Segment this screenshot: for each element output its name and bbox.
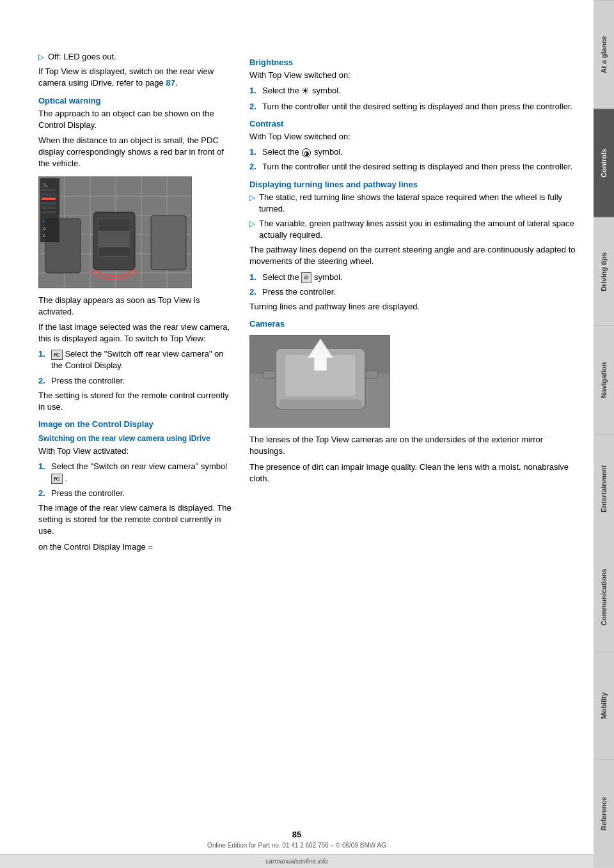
right-sidebar: At a glance Controls Driving tips Naviga… bbox=[594, 0, 614, 868]
camera-image bbox=[249, 335, 390, 428]
svg-rect-15 bbox=[98, 247, 130, 256]
sw-step1-num: 1. bbox=[38, 461, 47, 484]
switching-heading: Switching on the rear view camera using … bbox=[38, 434, 237, 443]
off-led-text: Off: LED goes out. bbox=[48, 51, 116, 63]
sidebar-tab-reference[interactable]: Reference bbox=[594, 759, 614, 868]
logo-bar: carmanualsonline.info bbox=[0, 854, 594, 868]
page-container: ▷ Off: LED goes out. If Top View is disp… bbox=[0, 0, 614, 868]
contrast-heading: Contrast bbox=[249, 119, 581, 128]
brightness-heading: Brightness bbox=[249, 58, 581, 67]
step2-text: Press the controller. bbox=[51, 375, 125, 387]
turning-bullet2-text: The variable, green pathway lines assist… bbox=[259, 218, 581, 241]
logo-text: carmanualsonline.info bbox=[265, 858, 327, 865]
svg-rect-21 bbox=[42, 193, 56, 196]
svg-text:R₁: R₁ bbox=[43, 183, 48, 187]
contrast-step2-text: Turn the controller until the desired se… bbox=[262, 161, 572, 173]
right-column: Brightness With Top View switched on: 1.… bbox=[249, 51, 581, 830]
contrast-step2-num: 2. bbox=[249, 161, 258, 173]
brightness-step1-num: 1. bbox=[249, 85, 258, 98]
svg-rect-24 bbox=[42, 206, 56, 209]
sidebar-tab-driving-tips[interactable]: Driving tips bbox=[594, 217, 614, 326]
svg-rect-23 bbox=[42, 202, 56, 205]
svg-rect-25 bbox=[42, 211, 56, 213]
setting-stored: The setting is stored for the remote con… bbox=[38, 390, 237, 413]
on-control-display: on the Control Display Image = bbox=[38, 541, 237, 553]
cameras-para2: The presence of dirt can impair image qu… bbox=[249, 461, 581, 484]
image-on-control-heading: Image on the Control Display bbox=[38, 419, 237, 429]
cameras-heading: Cameras bbox=[249, 319, 581, 329]
sw-step1-text: Select the "Switch on rear view camera" … bbox=[51, 461, 237, 484]
turning-arrow2: ▷ bbox=[249, 219, 255, 241]
svg-rect-36 bbox=[263, 371, 276, 378]
brightness-step2-text: Turn the controller until the desired se… bbox=[262, 101, 572, 112]
step1-text: R⃨ Select the "Switch off rear view came… bbox=[51, 348, 237, 371]
sidebar-tab-at-a-glance[interactable]: At a glance bbox=[594, 0, 614, 109]
step2-num: 2. bbox=[38, 375, 47, 387]
sidebar-tab-communications[interactable]: Communications bbox=[594, 543, 614, 651]
turning-bullet1-text: The static, red turning line shows the l… bbox=[259, 192, 581, 215]
step2-item: 2. Press the controller. bbox=[38, 375, 237, 387]
turning-bullet1: ▷ The static, red turning line shows the… bbox=[249, 192, 581, 215]
page-footer: 85 Online Edition for Part no. 01 41 2 6… bbox=[0, 830, 594, 849]
brightness-step1-text: Select the ☀ symbol. bbox=[262, 85, 341, 98]
sw-step2-text: Press the controller. bbox=[51, 488, 125, 499]
optical-warning-heading: Optical warning bbox=[38, 96, 237, 105]
brightness-step2: 2. Turn the controller until the desired… bbox=[249, 101, 581, 112]
main-content: ▷ Off: LED goes out. If Top View is disp… bbox=[0, 0, 594, 868]
pathway-icon: ⊘ bbox=[301, 272, 311, 283]
svg-rect-37 bbox=[365, 371, 378, 378]
bullet-arrow: ▷ bbox=[38, 52, 44, 63]
sw-step1-icon: R⃨ bbox=[51, 474, 63, 484]
svg-rect-22 bbox=[42, 198, 56, 200]
sw-result: The image of the rear view camera is dis… bbox=[38, 502, 237, 538]
brightness-intro: With Top View switched on: bbox=[249, 70, 581, 81]
sw-step1-item: 1. Select the "Switch on rear view camer… bbox=[38, 461, 237, 484]
turning-step2-text: Press the controller. bbox=[262, 286, 336, 298]
switching-intro: With Top View activated: bbox=[38, 446, 237, 457]
svg-rect-14 bbox=[98, 219, 130, 231]
contrast-icon: ◑ bbox=[302, 148, 311, 157]
contrast-intro: With Top View switched on: bbox=[249, 131, 581, 143]
off-led-item: ▷ Off: LED goes out. bbox=[38, 51, 237, 63]
left-column: ▷ Off: LED goes out. If Top View is disp… bbox=[38, 51, 237, 830]
pathway-info: The pathway lines depend on the current … bbox=[249, 244, 581, 267]
top-view-image: R₁ P D C bbox=[38, 176, 192, 288]
contrast-step1-num: 1. bbox=[249, 146, 258, 158]
turning-result: Turning lines and pathway lines are disp… bbox=[249, 301, 581, 313]
sidebar-tab-mobility[interactable]: Mobility bbox=[594, 651, 614, 760]
svg-rect-34 bbox=[279, 399, 362, 409]
step1-item: 1. R⃨ Select the "Switch off rear view c… bbox=[38, 348, 237, 371]
cameras-para1: The lenses of the Top View cameras are o… bbox=[249, 434, 581, 457]
svg-text:P: P bbox=[43, 220, 45, 224]
step1-icon: R⃨ bbox=[51, 350, 63, 360]
contrast-step2: 2. Turn the controller until the desired… bbox=[249, 161, 581, 173]
sidebar-tab-controls[interactable]: Controls bbox=[594, 109, 614, 217]
turning-step1-num: 1. bbox=[249, 272, 258, 283]
turning-step2: 2. Press the controller. bbox=[249, 286, 581, 298]
if-last-image: If the last image selected was the rear … bbox=[38, 322, 237, 345]
svg-rect-18 bbox=[40, 178, 59, 242]
sidebar-tab-entertainment[interactable]: Entertainment bbox=[594, 434, 614, 543]
sun-icon: ☀ bbox=[301, 85, 310, 98]
turning-lines-heading: Displaying turning lines and pathway lin… bbox=[249, 180, 581, 189]
optical-para1: The approach to an object can be shown o… bbox=[38, 108, 237, 131]
intro-para: If Top View is displayed, switch on the … bbox=[38, 66, 237, 89]
step1-num: 1. bbox=[38, 348, 47, 371]
svg-text:D: D bbox=[43, 227, 46, 231]
turning-step1-text: Select the ⊘ symbol. bbox=[262, 272, 343, 283]
contrast-step1: 1. Select the ◑ symbol. bbox=[249, 146, 581, 158]
sw-step2-num: 2. bbox=[38, 488, 47, 499]
svg-rect-17 bbox=[151, 215, 186, 270]
svg-text:C: C bbox=[43, 234, 46, 238]
sidebar-tab-navigation[interactable]: Navigation bbox=[594, 325, 614, 434]
turning-arrow1: ▷ bbox=[249, 192, 255, 215]
sw-step2-item: 2. Press the controller. bbox=[38, 488, 237, 499]
svg-rect-20 bbox=[42, 189, 56, 191]
brightness-step1: 1. Select the ☀ symbol. bbox=[249, 85, 581, 98]
turning-step2-num: 2. bbox=[249, 286, 258, 298]
turning-step1: 1. Select the ⊘ symbol. bbox=[249, 272, 581, 283]
display-appears: The display appears as soon as Top View … bbox=[38, 295, 237, 318]
footer-text: Online Edition for Part no. 01 41 2 602 … bbox=[0, 842, 594, 849]
turning-bullet2: ▷ The variable, green pathway lines assi… bbox=[249, 218, 581, 241]
brightness-step2-num: 2. bbox=[249, 101, 258, 112]
